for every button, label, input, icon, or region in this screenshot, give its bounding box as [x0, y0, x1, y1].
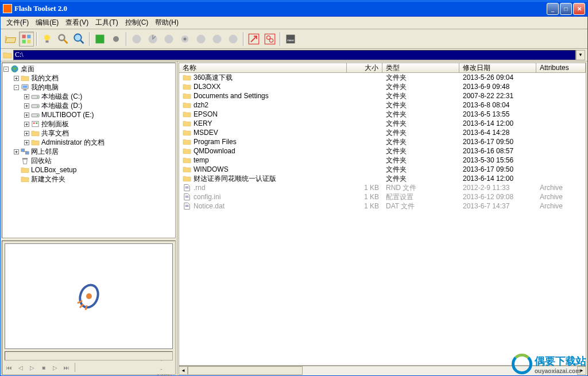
list-item[interactable]: 财达证券同花顺统一认证版文件夹2013-6-14 12:00: [179, 174, 586, 183]
tool-link[interactable]: [262, 32, 277, 46]
tree-item-label: 回收站: [31, 156, 52, 166]
play-button[interactable]: ▷: [28, 363, 37, 372]
column-date[interactable]: 修改日期: [459, 63, 536, 72]
first-button[interactable]: ⏮: [5, 363, 14, 372]
file-list[interactable]: 360高速下载文件夹2013-5-26 09:04DL3OXX文件夹2013-6…: [179, 73, 586, 366]
menu-control[interactable]: 控制(C): [122, 17, 152, 29]
tool-rec[interactable]: [109, 32, 123, 46]
menu-tools[interactable]: 工具(T): [92, 17, 121, 29]
left-pane: -桌面+我的文档-我的电脑+本地磁盘 (C:)+本地磁盘 (D:)+MULTIB…: [1, 61, 177, 376]
folder-icon: [183, 165, 191, 173]
horizontal-scrollbar[interactable]: ◄ ►: [179, 366, 586, 375]
column-size[interactable]: 大小: [347, 63, 382, 72]
folder-icon: [183, 156, 191, 164]
folder-icon: [183, 110, 191, 118]
list-item[interactable]: KERY文件夹2013-6-14 12:00: [179, 119, 586, 128]
tree-item-label: 控制面板: [41, 119, 69, 129]
list-item[interactable]: .rnd1 KBRND 文件2012-2-9 11:33Archive: [179, 183, 586, 192]
tree-item[interactable]: -桌面: [3, 64, 174, 73]
minimize-button[interactable]: _: [547, 3, 559, 15]
tree-expand-toggle[interactable]: -: [14, 85, 19, 90]
file-type: 文件夹: [382, 73, 459, 83]
list-item[interactable]: dzh2文件夹2013-6-8 08:04: [179, 100, 586, 110]
maximize-button[interactable]: □: [560, 3, 572, 15]
tool-circle5[interactable]: [210, 32, 225, 46]
tree-expand-toggle[interactable]: -: [3, 67, 9, 72]
column-name[interactable]: 名称: [179, 63, 347, 72]
titlebar[interactable]: Flash Toolset 2.0 _ □ ✕: [1, 1, 587, 17]
column-type[interactable]: 类型: [382, 63, 459, 72]
menu-view[interactable]: 查看(V): [62, 17, 92, 29]
path-input[interactable]: [13, 50, 576, 60]
tree-item[interactable]: +本地磁盘 (D:): [3, 101, 174, 110]
tool-news[interactable]: new: [283, 32, 298, 46]
tree-item[interactable]: +Administrator 的文档: [3, 138, 174, 147]
list-item[interactable]: QMDownload文件夹2013-6-16 08:57: [179, 146, 586, 156]
tool-circle1[interactable]: [129, 32, 144, 46]
list-item[interactable]: temp文件夹2013-5-30 15:56: [179, 156, 586, 165]
tree-expand-toggle[interactable]: +: [24, 140, 29, 145]
tool-green1[interactable]: [92, 32, 107, 46]
app-icon: [3, 4, 12, 13]
menu-help[interactable]: 帮助(H): [152, 17, 182, 29]
tool-gear[interactable]: [177, 32, 192, 46]
menu-edit[interactable]: 编辑(E): [32, 17, 62, 29]
menu-file[interactable]: 文件(F): [3, 17, 32, 29]
tree-item[interactable]: +本地磁盘 (C:): [3, 92, 174, 101]
svg-point-29: [165, 34, 173, 43]
tree-expand-toggle[interactable]: +: [24, 113, 29, 118]
tool-open[interactable]: [3, 32, 18, 46]
list-item[interactable]: 360高速下载文件夹2013-5-26 09:04: [179, 73, 586, 82]
tree-expand-toggle[interactable]: +: [24, 103, 29, 108]
tool-circle4[interactable]: [194, 32, 208, 46]
file-name: WINDOWS: [194, 165, 229, 173]
list-item[interactable]: Program Files文件夹2013-6-17 09:50: [179, 137, 586, 146]
path-dropdown[interactable]: ▼: [576, 50, 585, 60]
tree-item-label: Administrator 的文档: [41, 138, 105, 148]
list-item[interactable]: MSDEV文件夹2013-6-4 14:28: [179, 128, 586, 137]
list-item[interactable]: Notice.dat1 KBDAT 文件2013-6-7 14:37Archiv…: [179, 201, 586, 211]
column-attributes[interactable]: Attributes: [536, 63, 586, 72]
tool-arrow[interactable]: [246, 32, 261, 46]
tool-grid-view[interactable]: [19, 32, 34, 46]
tree-expand-toggle[interactable]: +: [24, 131, 29, 136]
folder-tree[interactable]: -桌面+我的文档-我的电脑+本地磁盘 (C:)+本地磁盘 (D:)+MULTIB…: [2, 63, 176, 238]
zoom-out-button[interactable]: -: [157, 364, 166, 373]
close-button[interactable]: ✕: [573, 3, 585, 15]
tool-circle6[interactable]: [226, 32, 241, 46]
tree-item[interactable]: +控制面板: [3, 119, 174, 129]
stop-button[interactable]: ■: [39, 363, 48, 372]
list-item[interactable]: WINDOWS文件夹2013-6-17 09:50: [179, 165, 586, 174]
svg-text:new: new: [287, 37, 294, 41]
tool-find[interactable]: [56, 32, 71, 46]
tree-item[interactable]: +共享文档: [3, 129, 174, 138]
list-item[interactable]: DL3OXX文件夹2013-6-9 09:48: [179, 82, 586, 91]
menubar: 文件(F) 编辑(E) 查看(V) 工具(T) 控制(C) 帮助(H): [1, 17, 587, 29]
tree-item[interactable]: -我的电脑: [3, 83, 174, 92]
tool-zoom[interactable]: [72, 32, 87, 46]
last-button[interactable]: ⏭: [62, 363, 71, 372]
tree-expand-toggle[interactable]: +: [24, 122, 29, 127]
list-item[interactable]: Documents and Settings文件夹2007-8-22 22:31: [179, 91, 586, 100]
tree-expand-toggle[interactable]: +: [14, 149, 19, 154]
tool-circle2[interactable]: [145, 32, 160, 46]
tree-item[interactable]: 回收站: [3, 156, 174, 165]
tree-expand-toggle[interactable]: +: [14, 76, 19, 81]
tree-item[interactable]: +网上邻居: [3, 147, 174, 156]
tree-item[interactable]: 新建文件夹: [3, 175, 174, 184]
prev-button[interactable]: ◁: [16, 363, 25, 372]
file-type: 文件夹: [382, 174, 459, 184]
svg-line-22: [64, 40, 67, 43]
folder-icon: [183, 101, 191, 109]
tree-item[interactable]: LOLBox_setup: [3, 165, 174, 175]
tree-item[interactable]: +我的文档: [3, 73, 174, 83]
tree-item[interactable]: +MULTIBOOT (E:): [3, 110, 174, 119]
next-button[interactable]: ▷: [51, 363, 60, 372]
list-item[interactable]: EPSON文件夹2013-6-5 13:55: [179, 110, 586, 119]
list-item[interactable]: config.ini1 KB配置设置2013-6-12 09:08Archive: [179, 192, 586, 201]
preview-scrollbar[interactable]: [5, 351, 173, 361]
tool-circle3[interactable]: [161, 32, 176, 46]
tool-bulb[interactable]: [40, 32, 55, 46]
file-icon: [183, 184, 191, 192]
tree-expand-toggle[interactable]: +: [24, 94, 29, 99]
